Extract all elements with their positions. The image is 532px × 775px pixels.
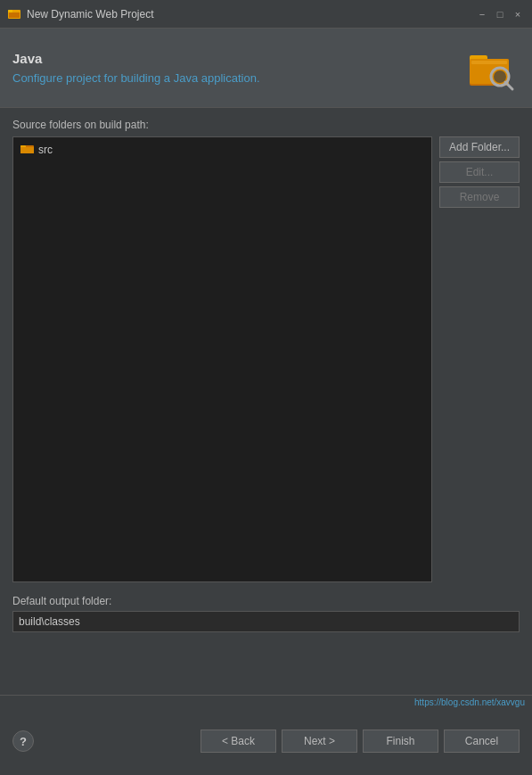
watermark: https://blog.csdn.net/xavvgu bbox=[0, 696, 532, 707]
svg-rect-12 bbox=[20, 147, 34, 153]
title-bar: New Dynamic Web Project − □ × bbox=[0, 0, 532, 29]
maximize-button[interactable]: □ bbox=[493, 7, 507, 21]
footer: https://blog.csdn.net/xavvgu ? < Back Ne… bbox=[0, 695, 532, 775]
finish-button[interactable]: Finish bbox=[363, 730, 438, 753]
main-content: Source folders on build path: src Add Fo… bbox=[0, 108, 532, 643]
minimize-button[interactable]: − bbox=[475, 7, 489, 21]
folder-src-icon bbox=[20, 143, 35, 157]
header-title: Java bbox=[12, 51, 462, 66]
output-folder-label: Default output folder: bbox=[12, 595, 520, 607]
list-item: src bbox=[17, 141, 428, 159]
edit-button[interactable]: Edit... bbox=[439, 161, 520, 183]
next-button[interactable]: Next > bbox=[282, 730, 357, 753]
svg-rect-2 bbox=[9, 12, 20, 18]
header-text: Java Configure project for building a Ja… bbox=[12, 51, 462, 85]
header-section: Java Configure project for building a Ja… bbox=[0, 29, 532, 108]
java-folder-icon bbox=[466, 43, 516, 93]
remove-button[interactable]: Remove bbox=[439, 186, 520, 208]
source-folders-container: src Add Folder... Edit... Remove bbox=[12, 136, 520, 582]
src-folder-name: src bbox=[38, 144, 53, 156]
back-button[interactable]: < Back bbox=[201, 730, 276, 753]
window-controls: − □ × bbox=[475, 7, 525, 21]
window-title: New Dynamic Web Project bbox=[27, 8, 475, 21]
window-icon bbox=[7, 7, 21, 21]
header-icon-area bbox=[462, 39, 520, 96]
svg-rect-6 bbox=[471, 61, 507, 64]
svg-rect-1 bbox=[8, 10, 12, 12]
output-folder-input[interactable] bbox=[12, 611, 520, 632]
cancel-button[interactable]: Cancel bbox=[444, 730, 520, 753]
svg-point-9 bbox=[494, 70, 506, 83]
help-button[interactable]: ? bbox=[12, 730, 34, 752]
source-folders-label: Source folders on build path: bbox=[12, 119, 520, 131]
header-subtitle: Configure project for building a Java ap… bbox=[12, 71, 462, 85]
footer-buttons: ? < Back Next > Finish Cancel bbox=[0, 707, 532, 775]
source-list[interactable]: src bbox=[12, 136, 432, 582]
add-folder-button[interactable]: Add Folder... bbox=[439, 136, 520, 158]
close-button[interactable]: × bbox=[511, 7, 525, 21]
side-buttons: Add Folder... Edit... Remove bbox=[439, 136, 520, 582]
